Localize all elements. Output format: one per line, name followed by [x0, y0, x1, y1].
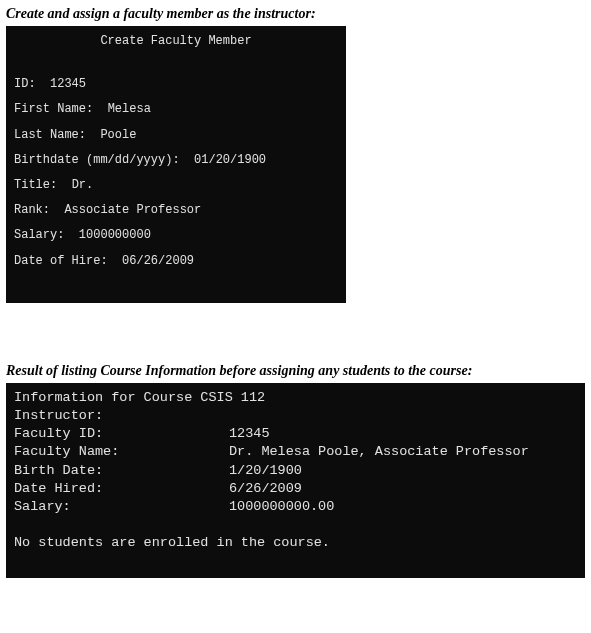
- salary-label-2: Salary:: [14, 498, 229, 516]
- last-name-value: Poole: [100, 128, 136, 142]
- field-title: Title: Dr.: [14, 176, 338, 195]
- id-label: ID:: [14, 77, 36, 91]
- field-last-name: Last Name: Poole: [14, 126, 338, 145]
- birth-date-label: Birth Date:: [14, 462, 229, 480]
- row-birth-date: Birth Date: 1/20/1900: [14, 462, 577, 480]
- salary-label: Salary:: [14, 228, 64, 242]
- field-rank: Rank: Associate Professor: [14, 201, 338, 220]
- birthdate-label: Birthdate (mm/dd/yyyy):: [14, 153, 180, 167]
- faculty-name-label: Faculty Name:: [14, 443, 229, 461]
- section2-heading: Result of listing Course Information bef…: [6, 363, 585, 379]
- field-hire-date: Date of Hire: 06/26/2009: [14, 252, 338, 271]
- row-faculty-name: Faculty Name: Dr. Melesa Poole, Associat…: [14, 443, 577, 461]
- salary-value: 1000000000: [79, 228, 151, 242]
- faculty-id-label: Faculty ID:: [14, 425, 229, 443]
- birthdate-value: 01/20/1900: [194, 153, 266, 167]
- faculty-name-value: Dr. Melesa Poole, Associate Professor: [229, 443, 577, 461]
- date-hired-label: Date Hired:: [14, 480, 229, 498]
- field-first-name: First Name: Melesa: [14, 100, 338, 119]
- birth-date-value: 1/20/1900: [229, 462, 577, 480]
- hire-value: 06/26/2009: [122, 254, 194, 268]
- hire-label: Date of Hire:: [14, 254, 108, 268]
- terminal-title: Create Faculty Member: [14, 32, 338, 51]
- field-salary: Salary: 1000000000: [14, 226, 338, 245]
- faculty-id-value: 12345: [229, 425, 577, 443]
- row-date-hired: Date Hired: 6/26/2009: [14, 480, 577, 498]
- terminal-course-info: Information for Course CSIS 112 Instruct…: [6, 383, 585, 579]
- id-value: 12345: [50, 77, 86, 91]
- title-value: Dr.: [72, 178, 94, 192]
- field-id: ID: 12345: [14, 75, 338, 94]
- first-name-label: First Name:: [14, 102, 93, 116]
- rank-value: Associate Professor: [64, 203, 201, 217]
- instructor-label: Instructor:: [14, 407, 577, 425]
- last-name-label: Last Name:: [14, 128, 86, 142]
- section1-heading: Create and assign a faculty member as th…: [6, 6, 585, 22]
- title-label: Title:: [14, 178, 57, 192]
- field-birthdate: Birthdate (mm/dd/yyyy): 01/20/1900: [14, 151, 338, 170]
- course-info-header: Information for Course CSIS 112: [14, 389, 577, 407]
- terminal-create-faculty: Create Faculty Member ID: 12345 First Na…: [6, 26, 346, 303]
- no-students-message: No students are enrolled in the course.: [14, 534, 577, 552]
- row-salary: Salary: 1000000000.00: [14, 498, 577, 516]
- salary-value-2: 1000000000.00: [229, 498, 577, 516]
- date-hired-value: 6/26/2009: [229, 480, 577, 498]
- row-faculty-id: Faculty ID: 12345: [14, 425, 577, 443]
- first-name-value: Melesa: [108, 102, 151, 116]
- rank-label: Rank:: [14, 203, 50, 217]
